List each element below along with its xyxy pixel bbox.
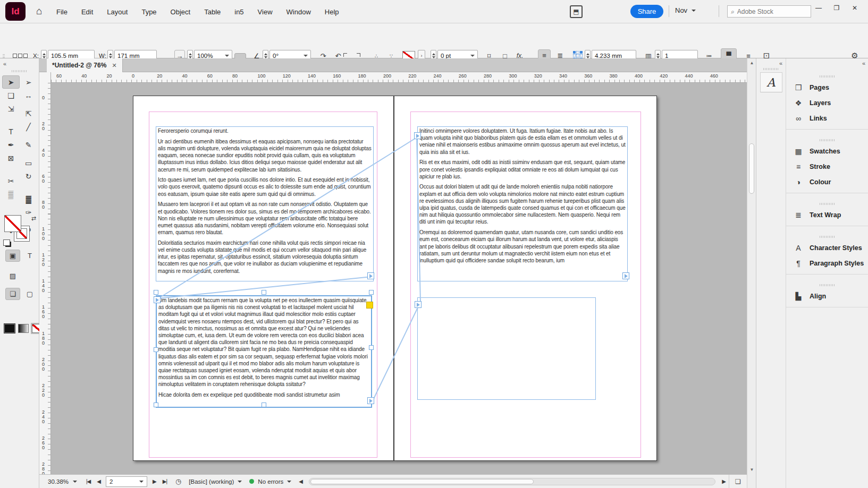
- gradient-swatch-tool[interactable]: ▒: [2, 187, 20, 201]
- previous-page-button[interactable]: ◀: [94, 478, 104, 484]
- restore-button[interactable]: ❐: [828, 0, 846, 16]
- collapse-dock-icon[interactable]: «: [779, 60, 782, 66]
- scroll-right-arrow[interactable]: ▶: [719, 478, 729, 484]
- formatting-affects-container-button[interactable]: ▣: [5, 250, 20, 262]
- menu-edit[interactable]: Edit: [81, 8, 93, 16]
- menu-help[interactable]: Help: [325, 8, 339, 16]
- frame-tool[interactable]: ⊠: [2, 151, 20, 165]
- v-scroll-thumb[interactable]: [749, 143, 754, 194]
- outport-right-frame-1[interactable]: [622, 272, 629, 279]
- panel-colour[interactable]: ◑Colour: [786, 174, 868, 190]
- line-tool[interactable]: ╱: [20, 120, 37, 133]
- preflight-status[interactable]: No errors: [249, 478, 291, 485]
- frame-handle-tm[interactable]: [262, 290, 266, 295]
- panel-stroke[interactable]: ≡Stroke: [786, 159, 868, 174]
- text-frame-right-2-empty[interactable]: [417, 297, 596, 400]
- fill-proxy-swatch[interactable]: [4, 215, 21, 232]
- apply-color-swatch[interactable]: [4, 324, 15, 333]
- panel-pages[interactable]: ❒Pages: [786, 80, 868, 95]
- panel-links[interactable]: ∞Links: [786, 110, 868, 126]
- menu-file[interactable]: File: [56, 8, 68, 16]
- collapse-toolbar-icon[interactable]: «: [3, 61, 6, 67]
- frame-handle-bm[interactable]: [262, 403, 266, 407]
- inport-left-frame-2[interactable]: [154, 296, 161, 303]
- panel-grip[interactable]: [820, 236, 836, 238]
- text-frame-left-1[interactable]: Ferorersperio corumqui rerunt. Ur aci de…: [156, 126, 374, 281]
- last-page-button[interactable]: ▶|: [159, 478, 170, 484]
- scissors-tool[interactable]: ✂: [2, 174, 20, 187]
- content-placer-tool[interactable]: ⇱: [20, 107, 37, 120]
- scroll-up-arrow[interactable]: ▲: [747, 61, 756, 65]
- vertical-scrollbar[interactable]: ▲ ▼: [747, 58, 756, 488]
- content-collector-tool[interactable]: ⇲: [2, 102, 20, 115]
- ruler-origin-corner[interactable]: [39, 72, 51, 83]
- next-page-button[interactable]: ▶: [149, 478, 159, 484]
- inport-right-frame-1[interactable]: [414, 132, 421, 139]
- panel-align[interactable]: ▙Align: [786, 288, 868, 304]
- panel-grip[interactable]: [820, 284, 836, 286]
- touch-workspace-icon[interactable]: ⬒: [570, 5, 583, 18]
- menu-object[interactable]: Object: [171, 8, 191, 16]
- frame-handle-mr[interactable]: [369, 345, 374, 350]
- preview-mode-icon[interactable]: ▨: [5, 270, 20, 282]
- selection-tool[interactable]: ➤: [2, 75, 20, 89]
- horizontal-scrollbar[interactable]: [309, 478, 715, 485]
- tab-close-icon[interactable]: ✕: [112, 62, 116, 69]
- direct-selection-tool[interactable]: ➢: [20, 75, 37, 89]
- panel-grip[interactable]: [820, 139, 836, 141]
- type-panel-button[interactable]: A: [760, 72, 782, 92]
- screen-mode-normal-button[interactable]: ❏: [5, 288, 20, 300]
- panel-paragraph-styles[interactable]: ¶Paragraph Styles: [786, 255, 868, 271]
- panel-grip[interactable]: [820, 203, 836, 205]
- menu-view[interactable]: View: [258, 8, 273, 16]
- frame-handle-bl[interactable]: [154, 403, 158, 407]
- first-page-button[interactable]: |◀: [83, 478, 94, 484]
- preflight-clock-icon[interactable]: ◷: [175, 477, 181, 485]
- zoom-level-select[interactable]: 30.38%: [48, 478, 83, 485]
- minimize-button[interactable]: —: [810, 0, 828, 16]
- close-button[interactable]: ✕: [846, 0, 864, 16]
- panel-layers[interactable]: ❖Layers: [786, 95, 868, 110]
- preflight-profile-select[interactable]: [Basic] (working): [189, 478, 242, 485]
- pen-tool[interactable]: ✒: [2, 138, 20, 151]
- gradient-feather-tool[interactable]: ▓: [20, 192, 37, 206]
- panel-character-styles[interactable]: ACharacter Styles: [786, 240, 868, 255]
- horizontal-ruler[interactable]: 6040200204060801001201401601802002202402…: [39, 72, 747, 83]
- inport-right-frame-2[interactable]: [415, 301, 422, 308]
- menu-type[interactable]: Type: [141, 8, 156, 16]
- gap-tool[interactable]: ↔: [20, 89, 37, 102]
- panel-grip[interactable]: [820, 75, 836, 78]
- scroll-down-arrow[interactable]: ▼: [747, 467, 756, 472]
- live-corner-yellow-handle[interactable]: [366, 302, 373, 309]
- text-frame-left-2[interactable]: Um landebis modit faccum rernam que la v…: [156, 295, 372, 408]
- panel-grip[interactable]: [763, 68, 779, 70]
- type-tool[interactable]: T: [2, 125, 20, 138]
- text-frame-right-1[interactable]: Initinci omnimpere volores doluptatem. U…: [417, 126, 628, 281]
- free-transform-tool[interactable]: ↻: [20, 169, 37, 183]
- default-fill-stroke-icon[interactable]: [3, 239, 10, 246]
- document-tab[interactable]: *Untitled-2 @ 76% ✕: [47, 58, 123, 72]
- toolbar-grip[interactable]: [12, 70, 28, 72]
- formatting-affects-text-button[interactable]: T: [22, 250, 37, 262]
- menu-layout[interactable]: Layout: [107, 8, 128, 16]
- search-input[interactable]: [737, 8, 796, 15]
- vertical-ruler[interactable]: 020406080100120140160180200220240260280: [39, 83, 51, 474]
- workspace-switcher[interactable]: Nov: [675, 6, 696, 14]
- panel-text-wrap[interactable]: ≣Text Wrap: [786, 207, 868, 222]
- outport-left-frame-1[interactable]: [367, 272, 374, 279]
- frame-handle-ml[interactable]: [154, 347, 158, 352]
- scroll-left-arrow[interactable]: ◀: [296, 478, 306, 484]
- menu-in5[interactable]: in5: [234, 8, 243, 16]
- split-window-icon[interactable]: ❏: [729, 475, 747, 488]
- frame-handle-tl[interactable]: [154, 290, 158, 295]
- home-icon[interactable]: ⌂: [36, 5, 42, 17]
- panel-swatches[interactable]: ▦Swatches: [786, 143, 868, 159]
- frame-handle-tr[interactable]: [369, 290, 374, 295]
- menu-window[interactable]: Window: [286, 8, 311, 16]
- apply-gradient-swatch[interactable]: [18, 324, 29, 333]
- menu-table[interactable]: Table: [204, 8, 221, 16]
- rectangle-tool[interactable]: ▭: [20, 156, 37, 169]
- share-button[interactable]: Share: [630, 5, 663, 18]
- page-number-field[interactable]: 2: [106, 476, 147, 487]
- adobe-stock-search[interactable]: ⌕: [727, 5, 811, 18]
